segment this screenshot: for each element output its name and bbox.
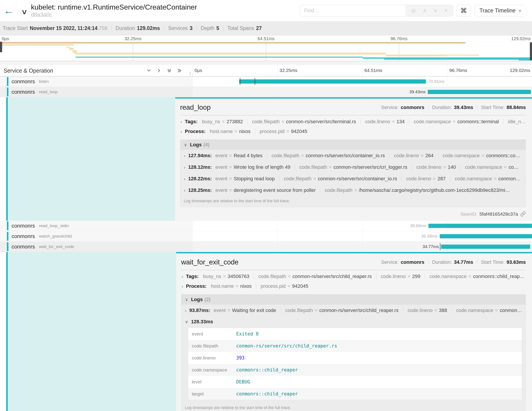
log-entry[interactable]: ›128.25ms:event=deregistering event sour… xyxy=(180,185,526,196)
span-detail-title: read_loop xyxy=(180,103,211,111)
tag-item: process.pid=942045 xyxy=(255,128,307,134)
span-bar[interactable] xyxy=(440,234,532,238)
expand-one-icon[interactable] xyxy=(157,68,162,73)
process-label: Process: xyxy=(186,283,207,289)
process-accordion[interactable]: › Process: host.name=nixosprocess.pid=94… xyxy=(180,127,526,136)
log-fields: event=Wrote log line of length 49code.fi… xyxy=(215,164,519,170)
span-name-cell[interactable]: conmonrs read_loop xyxy=(0,87,192,97)
locate-icon[interactable]: ◎ xyxy=(411,8,416,14)
deep-link-icon[interactable] xyxy=(520,211,526,217)
equals-sign: = xyxy=(287,283,290,289)
span-name-cell[interactable]: conmonrs watch_grandchild xyxy=(0,231,192,241)
span-track[interactable]: 34.77ms xyxy=(192,242,532,252)
tags-accordion[interactable]: › Tags: busy_ns=273882code.filepath=conm… xyxy=(180,117,526,127)
back-button[interactable]: ← xyxy=(0,0,18,21)
service-color-accent xyxy=(7,221,9,230)
equals-sign: = xyxy=(495,308,498,313)
span-bar[interactable] xyxy=(428,224,532,228)
field-value: conmonrs::child_reaper xyxy=(236,391,298,397)
page-title: kubelet: runtime.v1.RuntimeService/Creat… xyxy=(31,3,197,11)
span-track[interactable]: 39.43ms xyxy=(192,87,532,97)
minimap-right-handle[interactable] xyxy=(530,42,532,60)
field-value: conmonrs::child_reaper xyxy=(236,367,298,372)
span-row[interactable]: conmonrs watch_grandchild 35.58ms xyxy=(0,231,532,242)
tag-key: busy_ns xyxy=(203,274,221,279)
span-detail-row: read_loop Service:conmonrsDuration:39.43… xyxy=(0,97,532,221)
equals-sign: = xyxy=(329,164,332,170)
find-input[interactable] xyxy=(300,5,406,16)
log-entry[interactable]: ›93.87ms:event=Waiting for exit codecode… xyxy=(181,305,526,316)
summary-value: 3 xyxy=(190,25,193,31)
trace-timeline-page: ← ∨ kubelet: runtime.v1.RuntimeService/C… xyxy=(0,0,532,411)
clear-search-icon[interactable]: × xyxy=(445,8,447,14)
minimap-span-bar xyxy=(66,47,70,48)
span-row[interactable]: conmonrs listen 70.91ms xyxy=(0,76,532,87)
view-selector-button[interactable]: Trace Timeline ∨ xyxy=(474,5,526,16)
span-bar[interactable] xyxy=(428,90,531,94)
collapse-all-icon[interactable] xyxy=(167,68,172,73)
field-value: Exited 0 xyxy=(236,331,258,337)
tag-value: 942045 xyxy=(292,283,308,289)
tag-item: code.namespace=conmonrs::child_reap… xyxy=(425,274,525,279)
process-accordion[interactable]: › Process: host.name=nixosprocess.pid=94… xyxy=(181,281,526,291)
chevron-down-icon: ∨ xyxy=(185,297,188,302)
collapse-one-icon[interactable] xyxy=(146,68,151,73)
tag-value: 140 xyxy=(448,164,456,170)
service-color-accent xyxy=(7,232,9,241)
log-entry[interactable]: ›127.94ms:event=Read 4 bytescode.filepat… xyxy=(180,150,526,161)
span-bar[interactable] xyxy=(239,79,426,84)
span-name-cell[interactable]: conmonrs read_loop_stdin xyxy=(0,221,192,231)
tags-accordion[interactable]: › Tags: busy_ns=34506763code.filepath=co… xyxy=(181,272,526,281)
detail-meta-item: Service:conmonrs xyxy=(381,105,424,110)
summary-item: Services3 xyxy=(168,25,193,31)
span-row[interactable]: conmonrs read_loop_stdin 39.69ms xyxy=(0,221,532,231)
log-entry[interactable]: ›128.12ms:event=Wrote log line of length… xyxy=(180,161,526,173)
expand-all-icon[interactable] xyxy=(177,68,182,73)
find-addon: ◎ ∧ ∨ × xyxy=(406,5,453,16)
logs-accordion[interactable]: ∨ Logs (2) xyxy=(181,294,526,305)
span-track[interactable]: 70.91ms xyxy=(192,76,532,87)
tag-item: code.filepath=/home/sascha/.cargo/regist… xyxy=(320,187,510,193)
tag-item: code.lineno=140 xyxy=(412,164,456,170)
equals-sign: = xyxy=(229,187,232,193)
time-tick-label: 0μs xyxy=(2,36,9,41)
operation-name: watch_grandchild xyxy=(39,234,72,239)
timeline-gridline xyxy=(362,65,362,76)
span-row[interactable]: conmonrs wait_for_exit_code 34.77ms xyxy=(0,242,532,252)
span-detail-meta: Service:conmonrsDuration:39.43msStart Ti… xyxy=(381,105,526,110)
tag-item: code.lineno=264 xyxy=(389,153,434,158)
minimap-left-handle[interactable] xyxy=(0,42,2,52)
detail-gutter xyxy=(0,252,6,411)
column-resizer[interactable]: ∥ xyxy=(190,71,191,76)
span-duration-label: 39.69ms xyxy=(410,223,428,228)
log-entry[interactable]: ›128.22ms:event=Stopping read loopcode.f… xyxy=(180,173,526,185)
tag-item: code.namespace=conmonrs::co… xyxy=(438,153,520,158)
logs-note: Log timestamps are relative to the start… xyxy=(181,403,526,411)
span-row[interactable]: conmonrs read_loop 39.43ms xyxy=(0,87,532,97)
tag-item: busy_ns=273882 xyxy=(202,119,243,125)
field-key: code.filepath xyxy=(192,343,236,349)
chevron-right-icon: › xyxy=(184,153,185,158)
collapse-trace-icon[interactable]: ∨ xyxy=(21,8,28,16)
prev-result-icon[interactable]: ∧ xyxy=(423,8,427,14)
field-key: level xyxy=(192,379,236,385)
span-track[interactable]: 35.58ms xyxy=(192,231,532,241)
span-bar[interactable] xyxy=(441,245,531,249)
equals-sign: = xyxy=(229,153,232,158)
logs-accordion[interactable]: ∨ Logs (4) xyxy=(180,140,526,150)
separator xyxy=(477,105,477,110)
log-timestamp: 128.12ms: xyxy=(188,164,212,170)
minimap-span-bar xyxy=(75,53,386,55)
trace-minimap[interactable] xyxy=(0,41,532,61)
expanded-log-entry[interactable]: ∨128.33ms xyxy=(181,316,526,325)
logs-section: ∨ Logs (4) ›127.94ms:event=Read 4 bytesc… xyxy=(180,139,526,207)
timeline-gridline xyxy=(277,65,277,76)
span-track[interactable]: 39.69ms xyxy=(192,221,532,231)
keyboard-shortcuts-button[interactable]: ⌘ xyxy=(456,5,471,16)
span-name-cell[interactable]: conmonrs wait_for_exit_code xyxy=(0,242,192,252)
trace-title-group: ∨ kubelet: runtime.v1.RuntimeService/Cre… xyxy=(18,0,197,21)
next-result-icon[interactable]: ∨ xyxy=(434,8,437,14)
equals-sign: = xyxy=(236,283,238,289)
tag-key: event xyxy=(215,153,228,158)
span-name-cell[interactable]: conmonrs listen xyxy=(0,76,192,87)
